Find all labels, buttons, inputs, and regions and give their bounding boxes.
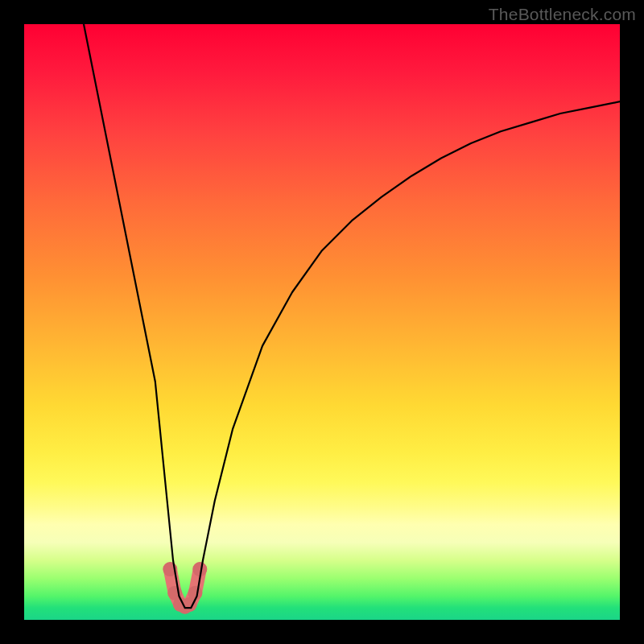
plot-area [24,24,620,620]
curve-layer [24,24,620,620]
chart-frame: TheBottleneck.com [0,0,644,644]
watermark-text: TheBottleneck.com [489,5,636,24]
bottleneck-curve [84,24,620,608]
